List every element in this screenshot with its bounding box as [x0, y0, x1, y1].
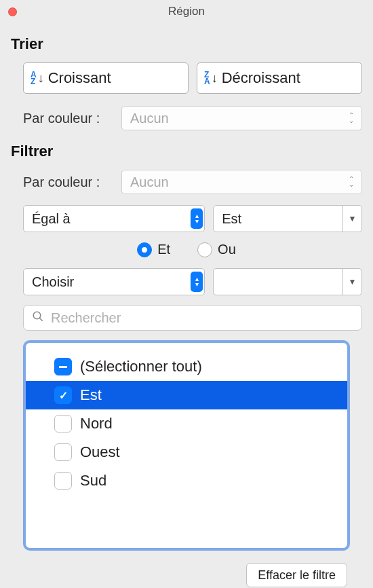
list-item-select-all[interactable]: (Sélectionner tout) — [26, 352, 347, 381]
sort-ascending-label: Croissant — [48, 69, 111, 87]
search-input[interactable] — [23, 305, 362, 331]
checkbox-checked-icon[interactable]: ✓ — [54, 386, 72, 404]
chevron-down-icon: ▼ — [342, 269, 361, 295]
filter-values-list[interactable]: (Sélectionner tout) ✓ Est Nord Ouest Sud — [23, 340, 350, 551]
list-item[interactable]: Sud — [26, 466, 347, 495]
stepper-icon: ⌃⌄ — [345, 110, 357, 126]
sort-by-color-value: Aucun — [130, 111, 169, 126]
filter-by-color-value: Aucun — [130, 174, 169, 190]
clear-filter-label: Effacer le filtre — [258, 568, 336, 583]
list-item[interactable]: ✓ Est — [26, 381, 347, 409]
arrow-down-icon: ↓ — [212, 71, 218, 86]
sort-by-color-select[interactable]: Aucun ⌃⌄ — [121, 106, 362, 130]
list-item-label: (Sélectionner tout) — [80, 358, 202, 375]
svg-line-1 — [39, 318, 43, 321]
checkbox-unchecked-icon[interactable] — [54, 415, 72, 433]
stepper-icon: ▴▾ — [191, 272, 203, 292]
logic-and-label: Et — [157, 242, 170, 257]
checkbox-unchecked-icon[interactable] — [54, 472, 72, 490]
condition1-value: Est — [222, 211, 241, 227]
condition1-value-input[interactable]: Est ▼ — [213, 205, 362, 232]
search-icon — [32, 310, 44, 326]
list-item[interactable]: Nord — [26, 409, 347, 438]
svg-point-0 — [33, 312, 41, 319]
sort-by-color-label: Par couleur : — [23, 111, 121, 126]
radio-unchecked-icon — [197, 242, 212, 257]
checkbox-unchecked-icon[interactable] — [54, 443, 72, 461]
list-item-label: Est — [80, 386, 102, 404]
condition2-value-input[interactable]: ▼ — [213, 268, 362, 295]
search-input-field[interactable] — [51, 310, 353, 326]
sort-za-icon: ZA — [204, 71, 210, 85]
sort-ascending-button[interactable]: AZ ↓ Croissant — [23, 62, 189, 94]
condition2-operator-select[interactable]: Choisir ▴▾ — [23, 268, 205, 295]
logic-or-radio[interactable]: Ou — [197, 242, 236, 257]
list-item-label: Ouest — [80, 443, 120, 461]
list-item-label: Nord — [80, 415, 113, 433]
stepper-icon: ▴▾ — [191, 208, 203, 229]
chevron-down-icon: ▼ — [342, 206, 361, 232]
condition2-operator-value: Choisir — [32, 274, 74, 290]
sort-descending-button[interactable]: ZA ↓ Décroissant — [197, 62, 362, 94]
filter-by-color-label: Par couleur : — [23, 174, 121, 190]
window-title: Région — [0, 5, 373, 18]
sort-az-icon: AZ — [31, 71, 37, 85]
radio-checked-icon — [137, 242, 152, 257]
list-item[interactable]: Ouest — [26, 438, 347, 466]
condition1-operator-select[interactable]: Égal à ▴▾ — [23, 205, 205, 232]
arrow-down-icon: ↓ — [38, 71, 44, 86]
sort-heading: Trier — [11, 35, 362, 53]
clear-filter-button[interactable]: Effacer le filtre — [246, 563, 347, 587]
list-item-label: Sud — [80, 472, 106, 490]
checkbox-indeterminate-icon[interactable] — [54, 358, 72, 375]
filter-by-color-select[interactable]: Aucun ⌃⌄ — [121, 170, 362, 194]
logic-or-label: Ou — [218, 242, 236, 257]
logic-and-radio[interactable]: Et — [137, 242, 170, 257]
stepper-icon: ⌃⌄ — [345, 174, 357, 190]
condition1-operator-value: Égal à — [32, 211, 71, 227]
sort-descending-label: Décroissant — [222, 69, 300, 87]
filter-heading: Filtrer — [11, 143, 362, 160]
